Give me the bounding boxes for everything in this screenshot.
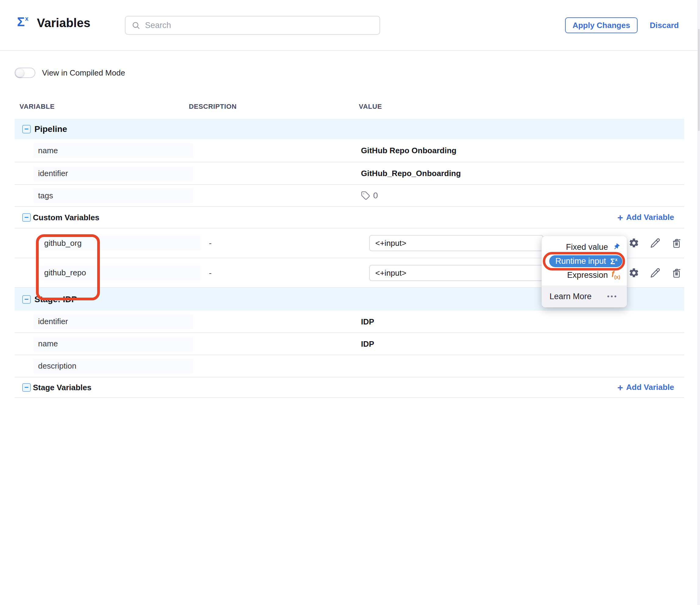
edit-pencil-icon[interactable]	[649, 237, 661, 249]
menu-item-runtime-input[interactable]: Runtime input Σx	[549, 255, 622, 267]
fx-expression-icon: f(x)	[611, 270, 620, 280]
tag-icon	[361, 191, 370, 200]
compiled-mode-toggle[interactable]	[15, 68, 35, 78]
search-box[interactable]	[125, 16, 380, 35]
compiled-mode-label: View in Compiled Mode	[42, 68, 125, 78]
variable-label: tags	[33, 188, 194, 203]
table-row-pipeline-name: name GitHub Repo Onboarding	[15, 139, 684, 162]
settings-gear-icon[interactable]	[628, 237, 640, 249]
variable-description: -	[209, 238, 212, 248]
sigma-runtime-icon: Σx	[610, 257, 618, 265]
variable-label: identifier	[33, 314, 194, 329]
menu-footer: Learn More •••	[542, 285, 627, 307]
row-actions	[628, 237, 682, 249]
variable-value: IDP	[361, 317, 374, 326]
sigma-variables-icon: Σx	[17, 16, 28, 28]
subsection-title: Custom Variables	[33, 212, 99, 222]
tag-count: 0	[373, 191, 378, 200]
variable-label: name	[33, 337, 194, 351]
collapse-minus-icon[interactable]	[22, 213, 31, 222]
variable-label: description	[33, 359, 194, 374]
table-row-stage-identifier: identifier IDP	[15, 311, 684, 333]
search-icon	[132, 21, 140, 29]
table-row-stage-name: name IDP	[15, 333, 684, 355]
collapse-minus-icon[interactable]	[22, 295, 31, 304]
section-title: Stage: IDP	[34, 295, 77, 304]
add-variable-button[interactable]: + Add Variable	[618, 383, 674, 393]
table-row-pipeline-tags: tags 0	[15, 185, 684, 207]
delete-trash-icon[interactable]	[671, 237, 682, 249]
collapse-minus-icon[interactable]	[22, 125, 31, 133]
discard-button[interactable]: Discard	[650, 21, 679, 30]
variable-value: IDP	[361, 339, 374, 349]
subsection-title: Stage Variables	[33, 383, 91, 392]
collapse-minus-icon[interactable]	[22, 383, 31, 392]
menu-item-fixed-value[interactable]: Fixed value	[566, 241, 620, 253]
apply-changes-button[interactable]: Apply Changes	[565, 17, 638, 33]
variable-label: name	[33, 143, 194, 158]
scrollbar-thumb[interactable]	[698, 29, 700, 131]
toggle-knob	[16, 69, 24, 77]
plus-icon: +	[618, 383, 623, 393]
value-type-menu: Fixed value Runtime input Σx Expression …	[542, 236, 627, 307]
row-actions	[628, 267, 682, 279]
settings-gear-icon[interactable]	[628, 267, 640, 279]
delete-trash-icon[interactable]	[671, 267, 682, 279]
header: Σx Variables Apply Changes Discard	[0, 0, 700, 51]
table-row-pipeline-identifier: identifier GitHub_Repo_Onboarding	[15, 162, 684, 185]
variable-value: GitHub Repo Onboarding	[361, 146, 456, 155]
ellipsis-icon[interactable]: •••	[607, 293, 618, 300]
variable-description: -	[209, 268, 212, 278]
section-row-custom-variables: Custom Variables + Add Variable	[15, 207, 684, 228]
variable-label: github_org	[39, 236, 201, 250]
section-title: Pipeline	[34, 124, 67, 134]
search-input[interactable]	[145, 21, 373, 30]
column-header-value: VALUE	[359, 103, 382, 110]
column-header-description: DESCRIPTION	[189, 103, 237, 110]
pin-icon	[611, 242, 622, 253]
variable-value: GitHub_Repo_Onboarding	[361, 169, 461, 178]
value-input[interactable]	[369, 265, 544, 281]
section-row-stage-variables: Stage Variables + Add Variable	[15, 377, 684, 398]
section-row-pipeline: Pipeline	[15, 119, 684, 139]
plus-icon: +	[618, 212, 623, 222]
variable-label: github_repo	[39, 266, 201, 280]
edit-pencil-icon[interactable]	[649, 267, 661, 279]
menu-item-expression[interactable]: Expression f(x)	[567, 269, 620, 281]
scrollbar-track	[698, 0, 700, 605]
column-header-variable: VARIABLE	[20, 103, 55, 110]
page-title: Variables	[37, 16, 91, 30]
table-row-stage-description: description	[15, 355, 684, 377]
tags-value[interactable]: 0	[361, 191, 378, 200]
value-input[interactable]	[369, 235, 544, 251]
variable-label: identifier	[33, 166, 194, 181]
compiled-mode-toggle-row: View in Compiled Mode	[15, 68, 125, 78]
add-variable-button[interactable]: + Add Variable	[618, 212, 674, 222]
learn-more-link[interactable]: Learn More	[550, 292, 592, 301]
